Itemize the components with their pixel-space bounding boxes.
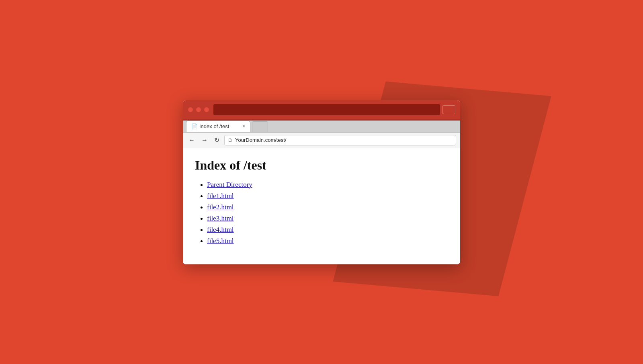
page-title: Index of /test — [195, 158, 448, 173]
url-page-icon: 🗋 — [228, 137, 233, 143]
tab-bar: 📄 Index of /test × — [183, 121, 460, 133]
file-link[interactable]: file5.html — [207, 237, 234, 245]
back-button[interactable]: ← — [187, 136, 197, 145]
list-item: file4.html — [207, 226, 448, 234]
file-link[interactable]: file2.html — [207, 203, 234, 211]
url-text: YourDomain.com/test/ — [235, 137, 286, 143]
top-address-bar — [213, 104, 440, 115]
file-link[interactable]: file1.html — [207, 192, 234, 200]
traffic-lights — [188, 107, 209, 112]
reload-button[interactable]: ↻ — [213, 135, 221, 145]
list-item: file2.html — [207, 203, 448, 211]
file-link[interactable]: file3.html — [207, 215, 234, 222]
new-tab-button[interactable] — [252, 121, 268, 132]
browser-chrome — [183, 100, 460, 121]
traffic-light-red — [188, 107, 193, 112]
list-item: Parent Directory — [207, 181, 448, 189]
traffic-light-green — [204, 107, 209, 112]
url-bar[interactable]: 🗋 YourDomain.com/test/ — [224, 135, 456, 145]
forward-button[interactable]: → — [200, 136, 209, 145]
tab-close-button[interactable]: × — [242, 123, 245, 129]
list-item: file1.html — [207, 192, 448, 200]
tab-label: Index of /test — [199, 123, 229, 129]
nav-bar: ← → ↻ 🗋 YourDomain.com/test/ — [183, 133, 460, 148]
top-address-bar-wrapper — [213, 104, 455, 115]
tab-icon: 📄 — [191, 123, 197, 129]
file-list: Parent Directoryfile1.htmlfile2.htmlfile… — [195, 181, 448, 245]
page-content: Index of /test Parent Directoryfile1.htm… — [183, 148, 460, 264]
active-tab[interactable]: 📄 Index of /test × — [186, 121, 250, 132]
browser-square-button[interactable] — [442, 105, 455, 114]
traffic-light-yellow — [196, 107, 201, 112]
file-link[interactable]: Parent Directory — [207, 181, 252, 188]
file-link[interactable]: file4.html — [207, 226, 234, 233]
browser-window: 📄 Index of /test × ← → ↻ 🗋 YourDomain.co… — [183, 100, 460, 264]
list-item: file3.html — [207, 215, 448, 223]
list-item: file5.html — [207, 237, 448, 245]
